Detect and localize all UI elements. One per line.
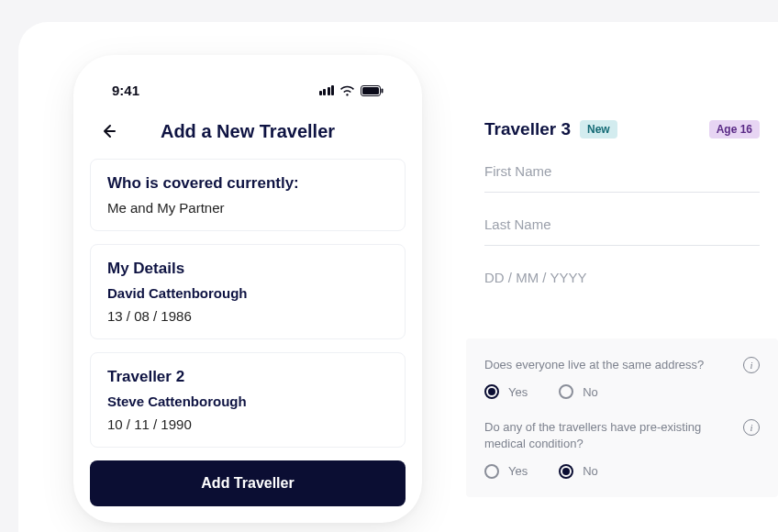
q1-yes-label: Yes xyxy=(508,385,528,399)
cellular-icon xyxy=(319,85,335,95)
questions-card: Does everyone live at the same address? … xyxy=(466,338,778,497)
traveller3-card: Traveller 3 New Age 16 xyxy=(466,99,778,320)
radio-selected-icon xyxy=(484,384,499,399)
info-icon[interactable]: i xyxy=(743,419,760,436)
q2-no-option[interactable]: No xyxy=(559,464,598,479)
q2-yes-label: Yes xyxy=(508,464,528,478)
phone-frame: 9:41 Add a New Traveller Who is covered … xyxy=(73,55,422,523)
q1-no-option[interactable]: No xyxy=(559,384,598,399)
traveller2-heading: Traveller 2 xyxy=(107,368,388,386)
q1-row: Does everyone live at the same address? … xyxy=(484,357,760,373)
svg-rect-1 xyxy=(362,87,379,94)
q2-options: Yes No xyxy=(484,464,760,479)
battery-icon xyxy=(361,85,383,96)
covered-heading: Who is covered currently: xyxy=(107,174,388,193)
wifi-icon xyxy=(339,85,355,96)
q1-options: Yes No xyxy=(484,384,760,399)
age-badge: Age 16 xyxy=(709,120,760,139)
my-details-card[interactable]: My Details David Cattenborough 13 / 08 /… xyxy=(90,244,406,339)
info-icon[interactable]: i xyxy=(743,357,760,373)
q2-no-label: No xyxy=(583,464,598,478)
q1-text: Does everyone live at the same address? xyxy=(484,357,732,373)
canvas: 9:41 Add a New Traveller Who is covered … xyxy=(18,22,778,532)
radio-empty-icon xyxy=(559,384,573,399)
traveller2-card[interactable]: Traveller 2 Steve Cattenborough 10 / 11 … xyxy=(90,352,406,448)
radio-empty-icon xyxy=(484,464,499,479)
radio-selected-icon xyxy=(559,464,573,479)
traveller3-header: Traveller 3 New Age 16 xyxy=(484,119,760,139)
dob-field[interactable] xyxy=(484,259,760,298)
new-badge: New xyxy=(580,120,617,139)
q2-text: Do any of the travellers have pre-existi… xyxy=(484,419,732,452)
status-time: 9:41 xyxy=(112,83,139,98)
traveller3-title: Traveller 3 xyxy=(484,119,571,139)
right-panel: Traveller 3 New Age 16 Does everyone liv… xyxy=(466,99,778,497)
q1-yes-option[interactable]: Yes xyxy=(484,384,528,399)
my-details-name: David Cattenborough xyxy=(107,285,388,301)
nav-row: Add a New Traveller xyxy=(90,116,406,159)
covered-card[interactable]: Who is covered currently: Me and My Part… xyxy=(90,159,406,231)
add-traveller-button[interactable]: Add Traveller xyxy=(90,460,406,506)
svg-rect-2 xyxy=(382,88,383,93)
status-icons xyxy=(319,85,384,96)
q2-yes-option[interactable]: Yes xyxy=(484,464,528,479)
first-name-field[interactable] xyxy=(484,152,760,193)
last-name-field[interactable] xyxy=(484,205,760,246)
covered-value: Me and My Partner xyxy=(107,200,388,216)
my-details-dob: 13 / 08 / 1986 xyxy=(107,308,388,324)
q1-no-label: No xyxy=(583,385,598,399)
page-title: Add a New Traveller xyxy=(97,121,398,142)
my-details-heading: My Details xyxy=(107,260,388,278)
status-bar: 9:41 xyxy=(90,77,406,116)
q2-row: Do any of the travellers have pre-existi… xyxy=(484,419,760,452)
traveller2-dob: 10 / 11 / 1990 xyxy=(107,416,388,432)
traveller2-name: Steve Cattenborough xyxy=(107,393,388,409)
